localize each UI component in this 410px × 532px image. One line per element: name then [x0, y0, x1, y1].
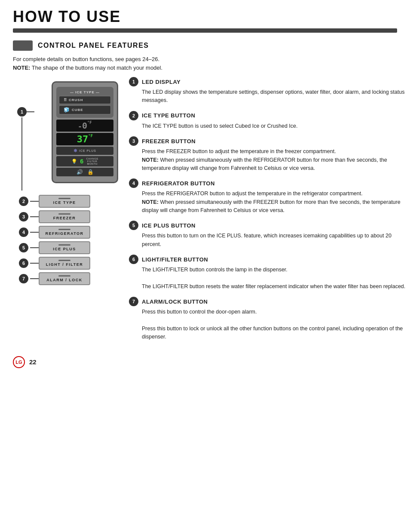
btn-label-7: ALARM / LOCK	[46, 278, 83, 282]
bulb-icon: 💡	[71, 159, 77, 164]
feature-4: 4 REFRIGERATOR BUTTON Press the REFRIGER…	[129, 178, 406, 215]
feature-6-desc1: The LIGHT/FILTER button controls the lam…	[142, 267, 288, 273]
btn-row-6: 6 LIGHT / FILTER	[17, 257, 120, 270]
led-2	[58, 198, 70, 199]
btn-label-2: ICE TYPE	[53, 200, 76, 205]
circle-num-3: 3	[129, 136, 138, 146]
intro-note: NOTE: The shape of the buttons may not m…	[13, 64, 397, 72]
header-bar	[13, 28, 397, 33]
badge-7: 7	[19, 274, 28, 283]
circle-num-5: 5	[129, 221, 138, 230]
refrigerator-button: REFRIGERATOR	[39, 226, 90, 239]
main-content: 1 — ICE TYPE — ⠿ CRUSH	[9, 77, 406, 347]
feature-3: 3 FREEZER BUTTON Press the FREEZER butto…	[129, 136, 406, 172]
page-number: 22	[29, 358, 37, 366]
cube-button-display: 🧊 CUBE	[59, 105, 111, 114]
feature-4-title: REFRIGERATOR BUTTON	[142, 180, 215, 187]
badge-1: 1	[17, 107, 27, 117]
feature-2: 2 ICE TYPE BUTTON The ICE TYPE button is…	[129, 111, 406, 130]
feature-4-header: 4 REFRIGERATOR BUTTON	[129, 178, 406, 188]
feature-5-title: ICE PLUS BUTTON	[142, 222, 196, 229]
ice-plus-button: ICE PLUS	[39, 241, 90, 254]
btn-row-4: 4 REFRIGERATOR	[17, 226, 120, 239]
btn-row-7: 7 ALARM / LOCK	[17, 272, 120, 285]
speaker-icon: 🔊	[76, 169, 83, 175]
alarm-display: 🔊 🔒	[56, 168, 113, 176]
filter-num: 6	[80, 158, 83, 165]
panel-button-group: 2 ICE TYPE 3 FREEZER	[17, 195, 120, 285]
fridge-temp-display: 37°F	[56, 133, 113, 145]
panel-top-section: — ICE TYPE — ⠿ CRUSH 🧊 CUBE	[56, 87, 113, 118]
btn-label-5: ICE PLUS	[53, 247, 76, 251]
freezer-temp-unit: °F	[87, 120, 92, 125]
circle-num-2: 2	[129, 111, 138, 120]
badge-2: 2	[19, 197, 28, 206]
intro-line1: For complete details on button functions…	[13, 55, 397, 64]
feature-6-desc: The LIGHT/FILTER button controls the lam…	[142, 266, 406, 291]
feature-2-desc: The ICE TYPE button is used to select Cu…	[142, 122, 406, 130]
btn-row-5: 5 ICE PLUS	[17, 241, 120, 254]
badge-3: 3	[19, 212, 28, 221]
circle-num-6: 6	[129, 255, 138, 264]
crush-label: CRUSH	[69, 98, 83, 102]
feature-4-note-text: When pressed simultaneously with the FRE…	[142, 199, 401, 213]
cube-icon: 🧊	[64, 107, 70, 113]
line-connector-7	[30, 278, 39, 279]
iceplus-display: ❄ ICE PLUS	[56, 147, 113, 155]
line-connector-3	[30, 216, 39, 217]
circle-num-4: 4	[129, 178, 138, 188]
feature-7-header: 7 ALARM/LOCK BUTTON	[129, 297, 406, 306]
fridge-temp-value: 37	[77, 134, 89, 145]
panel-illustration: 1 — ICE TYPE — ⠿ CRUSH	[17, 81, 120, 285]
feature-1-title: LED DISPLAY	[142, 79, 181, 85]
feature-7-desc1: Press this button to control the door-op…	[142, 309, 257, 315]
fridge-temp-unit: °F	[88, 134, 93, 138]
feature-7-desc2: Press this button to lock or unlock all …	[142, 326, 403, 340]
feature-7-title: ALARM/LOCK BUTTON	[142, 298, 208, 305]
badge-6: 6	[19, 258, 28, 268]
btn-row-2: 2 ICE TYPE	[17, 195, 120, 208]
feature-6-header: 6 LIGHT/FILTER BUTTON	[129, 255, 406, 264]
light-filter-button: LIGHT / FILTER	[39, 257, 90, 270]
feature-4-note-label: NOTE:	[142, 199, 159, 205]
btn-label-4: REFRIGERATOR	[45, 231, 83, 236]
alarm-lock-button: ALARM / LOCK	[39, 272, 90, 285]
crush-icon: ⠿	[64, 98, 67, 102]
circle-num-1: 1	[129, 77, 138, 86]
lg-logo: LG	[13, 356, 25, 368]
freezer-temp-value: -0	[78, 122, 87, 130]
feature-4-desc-text: Press the REFRIGERATOR button to adjust …	[142, 191, 363, 197]
panel-ice-type-label: — ICE TYPE —	[59, 90, 111, 94]
feature-3-note-text: When pressed simultaneously with the REF…	[142, 157, 387, 171]
control-panel-box: — ICE TYPE — ⠿ CRUSH 🧊 CUBE -0°F	[52, 81, 118, 183]
feature-6-desc2: The LIGHT/FILTER button resets the water…	[142, 283, 405, 289]
feature-7-desc: Press this button to control the door-op…	[142, 308, 406, 341]
intro-text: For complete details on button functions…	[13, 55, 397, 72]
freezer-temp-display: -0°F	[56, 120, 113, 132]
freezer-button: FREEZER	[39, 210, 90, 223]
feature-3-title: FREEZER BUTTON	[142, 138, 196, 145]
feature-1-desc: The LED display shows the temperature se…	[142, 88, 406, 105]
section-header: CONTROL PANEL FEATURES	[13, 40, 397, 51]
page-header: HOW TO USE	[0, 0, 410, 33]
feature-3-desc: Press the FREEZER button to adjust the t…	[142, 148, 406, 172]
feature-6-title: LIGHT/FILTER BUTTON	[142, 256, 208, 263]
feature-1: 1 LED DISPLAY The LED display shows the …	[129, 77, 406, 105]
iceplus-text: ICE PLUS	[79, 149, 96, 152]
led-7	[58, 275, 70, 277]
btn-label-6: LIGHT / FILTER	[46, 262, 83, 267]
line-connector-6	[30, 263, 39, 264]
btn-row-3: 3 FREEZER	[17, 210, 120, 223]
feature-4-desc: Press the REFRIGERATOR button to adjust …	[142, 190, 406, 215]
led-5	[58, 244, 70, 246]
intro-note-text: The shape of the buttons may not match y…	[32, 65, 162, 71]
snowflake-icon: ❄	[73, 148, 77, 154]
cube-label: CUBE	[72, 108, 83, 112]
filter-label: CHANGEFILTERMONTH	[86, 157, 98, 165]
feature-5-header: 5 ICE PLUS BUTTON	[129, 221, 406, 230]
lock-icon: 🔒	[87, 169, 94, 175]
btn-label-3: FREEZER	[53, 216, 76, 220]
line-connector-2	[30, 201, 39, 202]
section-title: CONTROL PANEL FEATURES	[38, 42, 149, 49]
feature-5-desc: Press this button to turn on the ICE PLU…	[142, 232, 406, 249]
